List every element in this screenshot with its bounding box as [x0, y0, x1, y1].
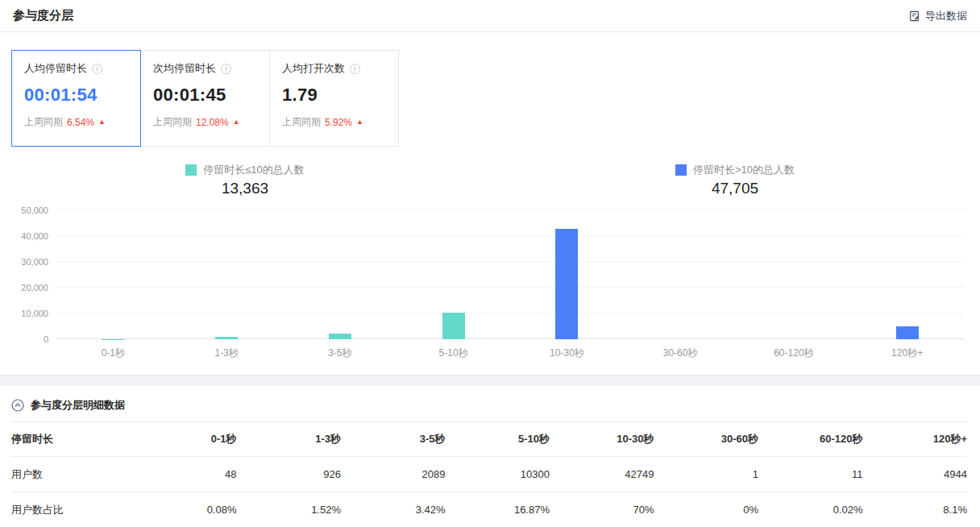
chart-bar-1-3秒[interactable]: [215, 337, 238, 339]
section-title: 参与度分层明细数据: [31, 398, 125, 413]
table-cell: 42749: [550, 468, 654, 480]
compare-label: 上周同期: [24, 115, 63, 129]
table-row: 用户数占比0.08%1.52%3.42%16.87%70%0%0.02%8.1%: [11, 492, 967, 527]
table-body: 用户数48926208910300427491114944用户数占比0.08%1…: [11, 457, 967, 527]
compare-label: 上周同期: [282, 115, 321, 129]
y-tick-label: 50,000: [21, 205, 48, 215]
legend-low-item[interactable]: 停留时长≤10的总人数: [185, 163, 305, 177]
bar-slot: [397, 210, 510, 339]
compare-value: 6.54%: [67, 117, 94, 128]
column-header: 60-120秒: [758, 432, 863, 446]
card-value: 1.79: [282, 85, 386, 106]
column-header: 1-3秒: [237, 432, 342, 446]
row-label: 用户数: [11, 467, 132, 482]
section-head: 参与度分层明细数据: [11, 396, 967, 415]
row-label: 用户数占比: [11, 503, 132, 517]
column-header: 10-30秒: [550, 432, 654, 446]
card-avg-stay-per-session[interactable]: 次均停留时长 00:01:45 上周同期 12.08%: [140, 50, 270, 147]
bar-chart: 50,00040,00030,00020,00010,0000 0-1秒1-3秒…: [0, 197, 980, 360]
compare-value: 5.92%: [325, 117, 352, 128]
legend-low-group: 停留时长≤10的总人数 13,363: [0, 163, 490, 197]
export-icon: [909, 10, 920, 22]
export-label: 导出数据: [925, 9, 967, 23]
bar-slot: [510, 210, 624, 339]
bar-slot: [56, 210, 170, 339]
info-icon[interactable]: [350, 64, 360, 74]
info-icon[interactable]: [92, 64, 102, 74]
table-header-row: 停留时长0-1秒1-3秒3-5秒5-10秒10-30秒30-60秒60-120秒…: [11, 421, 967, 457]
detail-table-section: 参与度分层明细数据 停留时长0-1秒1-3秒3-5秒5-10秒10-30秒30-…: [0, 386, 980, 527]
page-header: 参与度分层 导出数据: [0, 0, 980, 32]
bar-slot: [624, 210, 737, 339]
card-label-row: 人均打开次数: [282, 61, 386, 76]
column-header: 3-5秒: [341, 432, 446, 446]
plot-area: [56, 210, 964, 339]
card-compare: 上周同期 6.54%: [24, 115, 128, 129]
table-cell: 48: [132, 468, 237, 480]
legend-high-label: 停留时长>10的总人数: [693, 163, 795, 177]
legend-high-item[interactable]: 停留时长>10的总人数: [675, 163, 795, 177]
card-avg-opens-per-user[interactable]: 人均打开次数 1.79 上周同期 5.92%: [269, 50, 399, 147]
table-cell: 16.87%: [446, 504, 550, 516]
card-value: 00:01:45: [153, 85, 257, 106]
column-header: 5-10秒: [446, 432, 550, 446]
info-icon[interactable]: [221, 64, 231, 74]
x-tick-label: 30-60秒: [624, 346, 737, 360]
y-axis: 50,00040,00030,00020,00010,0000: [11, 210, 56, 339]
legend-high-group: 停留时长>10的总人数 47,705: [490, 163, 980, 197]
trend-up-icon: [233, 118, 240, 126]
x-tick-label: 10-30秒: [510, 346, 624, 360]
table-cell: 4944: [863, 468, 968, 480]
legend-low-swatch: [185, 164, 197, 176]
compare-value: 12.08%: [196, 117, 229, 128]
x-tick-label: 5-10秒: [397, 346, 510, 360]
x-tick-label: 3-5秒: [284, 346, 397, 360]
y-tick-label: 0: [44, 334, 48, 344]
detail-table: 停留时长0-1秒1-3秒3-5秒5-10秒10-30秒30-60秒60-120秒…: [11, 421, 967, 527]
table-cell: 926: [237, 468, 342, 480]
table-cell: 3.42%: [341, 504, 446, 516]
table-row: 用户数48926208910300427491114944: [11, 457, 967, 492]
card-avg-stay-per-user[interactable]: 人均停留时长 00:01:54 上周同期 6.54%: [11, 50, 141, 147]
table-cell: 8.1%: [863, 504, 968, 516]
bar-slot: [284, 210, 397, 339]
engagement-page: 参与度分层 导出数据 人均停留时长 00:01:54 上周同期 6.54%: [0, 0, 980, 527]
legend-high-swatch: [675, 164, 687, 176]
collapse-section-button[interactable]: [11, 399, 24, 412]
legend-low-value: 13,363: [222, 180, 268, 197]
x-tick-label: 1-3秒: [170, 346, 284, 360]
table-header-label: 停留时长: [11, 432, 132, 446]
table-cell: 0.08%: [132, 504, 237, 516]
card-label: 人均停留时长: [24, 61, 87, 76]
table-cell: 0.02%: [758, 504, 863, 516]
card-value: 00:01:54: [24, 85, 128, 106]
card-compare: 上周同期 5.92%: [282, 115, 386, 129]
section-divider: [0, 375, 980, 386]
table-cell: 2089: [341, 468, 446, 480]
export-data-button[interactable]: 导出数据: [909, 9, 967, 23]
chevron-up-icon: [11, 399, 24, 412]
column-header: 0-1秒: [132, 432, 237, 446]
page-title: 参与度分层: [13, 8, 73, 23]
chart-legend: 停留时长≤10的总人数 13,363 停留时长>10的总人数 47,705: [0, 163, 980, 197]
table-cell: 1: [654, 468, 759, 480]
card-label: 次均停留时长: [153, 61, 216, 76]
trend-up-icon: [356, 118, 363, 126]
table-cell: 11: [758, 468, 863, 480]
column-header: 120秒+: [863, 432, 968, 446]
chart-bar-3-5秒[interactable]: [329, 334, 351, 339]
compare-label: 上周同期: [153, 115, 192, 129]
bar-slot: [850, 210, 964, 339]
table-cell: 10300: [446, 468, 550, 480]
x-tick-label: 120秒+: [850, 346, 964, 360]
y-tick-label: 30,000: [21, 257, 48, 267]
table-cell: 0%: [654, 504, 759, 516]
bars-area: [56, 210, 964, 339]
x-tick-label: 60-120秒: [737, 346, 851, 360]
bar-slot: [737, 210, 851, 339]
chart-bar-120秒+[interactable]: [896, 326, 919, 339]
x-axis: 0-1秒1-3秒3-5秒5-10秒10-30秒30-60秒60-120秒120秒…: [56, 346, 964, 360]
chart-bar-10-30秒[interactable]: [555, 229, 578, 339]
legend-low-label: 停留时长≤10的总人数: [203, 163, 305, 177]
chart-bar-5-10秒[interactable]: [442, 313, 465, 339]
